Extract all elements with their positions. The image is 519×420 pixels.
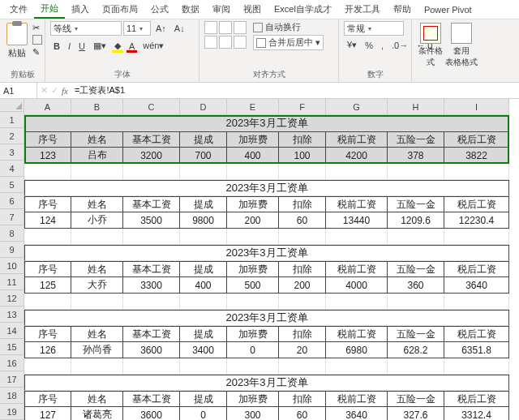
row-header-13[interactable]: 13 bbox=[0, 306, 24, 323]
cell[interactable] bbox=[326, 294, 388, 310]
data-cell[interactable]: 3400 bbox=[180, 342, 227, 358]
cell[interactable] bbox=[180, 294, 227, 310]
data-cell[interactable]: 大乔 bbox=[71, 277, 123, 294]
row-header-2[interactable]: 2 bbox=[0, 128, 24, 144]
fill-color-button[interactable]: ◆ bbox=[111, 39, 124, 53]
data-cell[interactable]: 3822 bbox=[444, 148, 509, 164]
number-format-combo[interactable]: 常规▾ bbox=[344, 21, 404, 36]
col-label[interactable]: 姓名 bbox=[71, 326, 123, 342]
data-cell[interactable]: 100 bbox=[279, 148, 326, 164]
cell[interactable] bbox=[388, 358, 444, 375]
col-label[interactable]: 序号 bbox=[24, 261, 71, 277]
row-header-5[interactable]: 5 bbox=[0, 177, 24, 193]
tab-formulas[interactable]: 公式 bbox=[144, 1, 175, 18]
percent-icon[interactable]: % bbox=[362, 39, 376, 52]
data-cell[interactable]: 400 bbox=[180, 277, 227, 294]
tab-powerpivot[interactable]: Power Pivot bbox=[418, 2, 478, 17]
cell[interactable] bbox=[123, 358, 180, 375]
row-header-4[interactable]: 4 bbox=[0, 161, 24, 177]
col-label[interactable]: 扣除 bbox=[279, 261, 326, 277]
data-cell[interactable]: 6980 bbox=[326, 342, 388, 358]
row-header-6[interactable]: 6 bbox=[0, 193, 24, 209]
slip-title[interactable]: 2023年3月工资单 bbox=[24, 245, 509, 261]
cell[interactable] bbox=[279, 358, 326, 375]
col-label[interactable]: 姓名 bbox=[71, 131, 123, 148]
col-label[interactable]: 五险一金 bbox=[388, 326, 444, 342]
data-cell[interactable]: 125 bbox=[24, 277, 71, 294]
col-label[interactable]: 基本工资 bbox=[123, 261, 180, 277]
merge-center-button[interactable]: 合并后居中▾ bbox=[253, 35, 324, 50]
cell[interactable] bbox=[180, 164, 227, 180]
col-header-E[interactable]: E bbox=[227, 99, 279, 115]
col-label[interactable]: 姓名 bbox=[71, 391, 123, 407]
data-cell[interactable]: 4200 bbox=[326, 148, 388, 164]
row-header-7[interactable]: 7 bbox=[0, 209, 24, 225]
col-label[interactable]: 序号 bbox=[24, 131, 71, 148]
slip-title[interactable]: 2023年3月工资单 bbox=[24, 115, 509, 131]
align-grid[interactable] bbox=[204, 21, 247, 49]
cell[interactable] bbox=[388, 164, 444, 180]
tab-layout[interactable]: 页面布局 bbox=[96, 1, 144, 18]
col-label[interactable]: 提成 bbox=[180, 196, 227, 212]
data-cell[interactable]: 360 bbox=[388, 277, 444, 294]
data-cell[interactable]: 20 bbox=[279, 342, 326, 358]
cell[interactable] bbox=[24, 164, 71, 180]
col-label[interactable]: 税前工资 bbox=[326, 391, 388, 407]
data-cell[interactable]: 124 bbox=[24, 212, 71, 229]
data-cell[interactable]: 3600 bbox=[123, 342, 180, 358]
cell[interactable] bbox=[180, 358, 227, 375]
accept-formula-icon[interactable]: ✓ bbox=[51, 85, 58, 96]
slip-title[interactable]: 2023年3月工资单 bbox=[24, 180, 509, 196]
data-cell[interactable]: 0 bbox=[180, 407, 227, 420]
data-cell[interactable]: 60 bbox=[279, 407, 326, 420]
increase-font-icon[interactable]: A↑ bbox=[152, 22, 169, 35]
data-cell[interactable]: 127 bbox=[24, 407, 71, 420]
font-size-combo[interactable]: 11▾ bbox=[123, 21, 151, 36]
name-box[interactable]: A1 bbox=[0, 83, 37, 98]
data-cell[interactable]: 0 bbox=[227, 342, 279, 358]
data-cell[interactable]: 200 bbox=[279, 277, 326, 294]
col-label[interactable]: 税前工资 bbox=[326, 326, 388, 342]
tab-insert[interactable]: 插入 bbox=[65, 1, 96, 18]
data-cell[interactable]: 628.2 bbox=[388, 342, 444, 358]
cell[interactable] bbox=[326, 229, 388, 245]
cancel-formula-icon[interactable]: ✕ bbox=[41, 85, 48, 96]
cut-icon[interactable]: ✂ bbox=[32, 23, 42, 32]
select-all-corner[interactable] bbox=[0, 99, 24, 112]
col-label[interactable]: 税前工资 bbox=[326, 131, 388, 148]
row-header-12[interactable]: 12 bbox=[0, 290, 24, 306]
col-label[interactable]: 姓名 bbox=[71, 196, 123, 212]
col-label[interactable]: 五险一金 bbox=[388, 261, 444, 277]
cell[interactable] bbox=[227, 229, 279, 245]
bold-button[interactable]: B bbox=[50, 40, 63, 53]
row-header-9[interactable]: 9 bbox=[0, 242, 24, 258]
col-label[interactable]: 税后工资 bbox=[444, 326, 509, 342]
font-color-button[interactable]: A bbox=[126, 40, 138, 53]
col-label[interactable]: 加班费 bbox=[227, 391, 279, 407]
col-label[interactable]: 税后工资 bbox=[444, 131, 509, 148]
cell[interactable] bbox=[71, 294, 123, 310]
col-label[interactable]: 税前工资 bbox=[326, 196, 388, 212]
data-cell[interactable]: 3500 bbox=[123, 212, 180, 229]
tab-file[interactable]: 文件 bbox=[3, 1, 34, 18]
cell[interactable] bbox=[227, 358, 279, 375]
cell[interactable] bbox=[123, 229, 180, 245]
cell[interactable] bbox=[388, 229, 444, 245]
col-label[interactable]: 提成 bbox=[180, 131, 227, 148]
col-label[interactable]: 序号 bbox=[24, 326, 71, 342]
row-header-19[interactable]: 19 bbox=[0, 404, 24, 420]
tab-help[interactable]: 帮助 bbox=[387, 1, 418, 18]
data-cell[interactable]: 3640 bbox=[326, 407, 388, 420]
col-label[interactable]: 加班费 bbox=[227, 131, 279, 148]
col-header-D[interactable]: D bbox=[180, 99, 227, 115]
comma-icon[interactable]: , bbox=[378, 39, 387, 52]
cell[interactable] bbox=[326, 358, 388, 375]
col-label[interactable]: 序号 bbox=[24, 196, 71, 212]
col-label[interactable]: 加班费 bbox=[227, 326, 279, 342]
cell[interactable] bbox=[227, 164, 279, 180]
data-cell[interactable]: 小乔 bbox=[71, 212, 123, 229]
tab-review[interactable]: 审阅 bbox=[206, 1, 237, 18]
cell[interactable] bbox=[24, 294, 71, 310]
tab-home[interactable]: 开始 bbox=[34, 0, 65, 19]
col-label[interactable]: 姓名 bbox=[71, 261, 123, 277]
